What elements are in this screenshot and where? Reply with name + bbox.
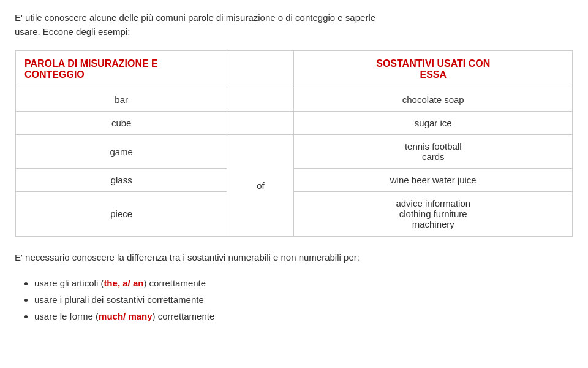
of-cell xyxy=(227,88,294,112)
header-left: PAROLA DI MISURAZIONE E CONTEGGIO xyxy=(16,51,227,88)
sostantivi-cell: wine beer water juice xyxy=(294,169,573,192)
word-cell: glass xyxy=(16,169,227,192)
list-item: usare le forme (much/ many) correttament… xyxy=(34,308,573,324)
bullet-list: usare gli articoli (the, a/ an) corretta… xyxy=(15,275,573,324)
sostantivi-cell: sugar ice xyxy=(294,112,573,135)
sostantivi-cell: advice information clothing furniture ma… xyxy=(294,192,573,236)
sostantivi-cell: tennis football cards xyxy=(294,135,573,169)
word-cell: game xyxy=(16,135,227,169)
list-item: usare gli articoli (the, a/ an) corretta… xyxy=(34,275,573,291)
header-right: SOSTANTIVI USATI CON ESSA xyxy=(294,51,573,88)
word-cell: piece xyxy=(16,192,227,236)
list-item: usare i plurali dei sostantivi correttam… xyxy=(34,291,573,308)
main-table: PAROLA DI MISURAZIONE E CONTEGGIO SOSTAN… xyxy=(15,50,573,237)
word-cell: cube xyxy=(16,112,227,135)
of-cell: of xyxy=(227,135,294,236)
sostantivi-cell: chocolate soap xyxy=(294,88,573,112)
of-cell xyxy=(227,112,294,135)
middle-text: E' necessario conoscere la differenza tr… xyxy=(15,250,573,265)
word-cell: bar xyxy=(16,88,227,112)
intro-paragraph: E' utile conoscere alcune delle più comu… xyxy=(15,11,573,39)
header-mid xyxy=(227,51,294,88)
